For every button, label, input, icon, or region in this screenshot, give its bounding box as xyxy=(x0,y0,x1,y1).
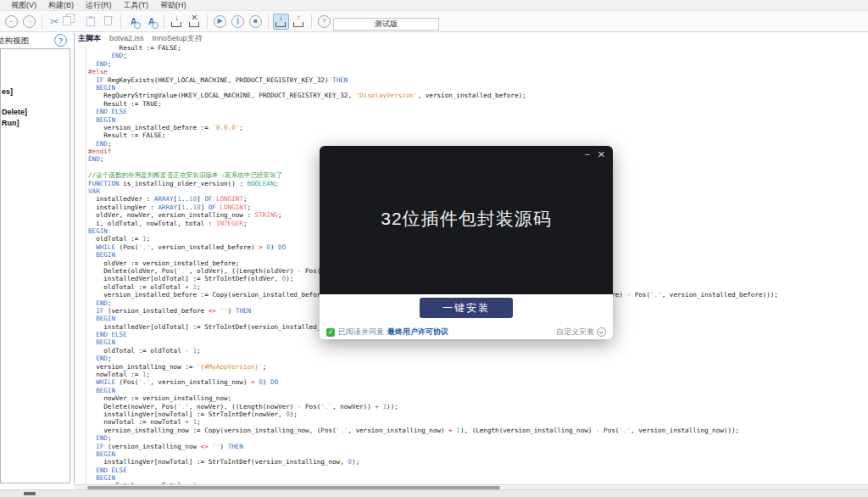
code-line: Result := FALSE; xyxy=(88,44,778,52)
cut-icon[interactable]: ✂ xyxy=(47,14,63,30)
toolbar-separator xyxy=(164,14,164,29)
cut-icon: ✂ xyxy=(50,16,59,27)
menu-item[interactable]: 帮助(H) xyxy=(154,0,192,11)
magnifier-shape xyxy=(152,22,159,29)
code-line: BEGIN xyxy=(88,116,778,124)
tray-shape: ↑ xyxy=(292,15,305,28)
paste-icon[interactable] xyxy=(82,14,98,30)
delete-icon[interactable] xyxy=(100,14,116,30)
toolbar-separator xyxy=(268,14,269,29)
clipboard-shape xyxy=(86,17,95,26)
tray-shape: ↓ xyxy=(275,15,287,28)
code-line: version_installed_before := '0.0.0'; xyxy=(88,124,778,131)
structure-view-item[interactable]: Run] xyxy=(1,119,70,128)
clear-script-icon[interactable]: ✕ xyxy=(186,14,203,30)
toolbar-separator xyxy=(42,14,42,29)
code-line: BEGIN xyxy=(88,450,778,458)
back-icon: ← xyxy=(5,15,18,28)
code-line: oldTotal := oldTotal - 1; xyxy=(88,347,778,355)
code-line: Result := TRUE; xyxy=(88,100,778,108)
installer-title: 32位插件包封装源码 xyxy=(320,207,613,231)
structure-view-header: 结构视图 ? xyxy=(0,33,73,47)
custom-install-toggle[interactable]: 自定义安装 xyxy=(556,327,606,338)
code-line: installingVer[nowTotal] := StrToIntDef(n… xyxy=(88,410,778,418)
help-icon[interactable]: ? xyxy=(316,14,332,30)
status-bar xyxy=(0,489,868,497)
code-line: IF (version_installing_now <> '') THEN xyxy=(88,443,778,450)
code-line: END; xyxy=(88,434,778,442)
code-line: BEGIN xyxy=(88,84,778,92)
toolbar-separator xyxy=(207,14,208,29)
pause-icon[interactable]: ∥ xyxy=(230,14,246,30)
structure-view-item[interactable]: Delete] xyxy=(1,108,70,117)
code-line: END; xyxy=(88,60,778,68)
code-line: version_installing_now := '{#MyAppVersio… xyxy=(88,363,778,371)
code-line: WHILE (Pos('.', version_installing_now) … xyxy=(88,378,778,386)
compile-icon[interactable]: ↓ xyxy=(273,14,289,30)
pause-icon: ∥ xyxy=(231,15,244,28)
code-line: END ELSE xyxy=(88,108,778,115)
import-script-icon[interactable]: ↓ xyxy=(169,14,185,30)
menu-item[interactable]: 视图(V) xyxy=(5,0,42,11)
code-line: END; xyxy=(88,52,778,59)
structure-view-title: 结构视图 xyxy=(0,36,29,47)
menu-item[interactable]: 工具(T) xyxy=(118,0,155,11)
copy-page-shape xyxy=(63,16,71,25)
code-line: nowTotal := 1; xyxy=(88,371,778,378)
run-icon[interactable]: ▶ xyxy=(212,14,228,30)
script-tab[interactable]: InnoSetup支持 xyxy=(153,33,203,44)
chevron-down-icon xyxy=(597,327,606,337)
code-line: END ELSE xyxy=(88,466,778,474)
editor-margin-line xyxy=(86,43,86,484)
code-line: END; xyxy=(88,355,778,362)
code-line: Result := FALSE; xyxy=(88,131,778,139)
magnifier-shape xyxy=(134,22,141,29)
tray-shape: ↓ xyxy=(170,15,183,28)
minimize-icon[interactable]: − xyxy=(585,150,590,159)
forward-icon: → xyxy=(23,15,36,28)
close-icon[interactable]: ✕ xyxy=(598,150,605,159)
code-line: nowTotal := nowTotal + 1; xyxy=(88,418,778,426)
menu-item[interactable]: 构建(B) xyxy=(42,0,80,11)
code-line: RegQueryStringValue(HKEY_LOCAL_MACHINE, … xyxy=(88,92,778,99)
one-click-install-button[interactable]: 一键安装 xyxy=(420,298,513,318)
help-icon: ? xyxy=(318,15,331,28)
app-window: 视图(V)构建(B)运行(R)工具(T)帮助(H) ←→✂AA↓✕▶∥■↓↑? … xyxy=(0,0,868,497)
code-line: BEGIN xyxy=(88,387,778,394)
script-tab[interactable]: 主脚本 xyxy=(78,33,101,44)
code-line: #else xyxy=(88,68,778,75)
stop-icon[interactable]: ■ xyxy=(248,14,264,30)
installer-dialog: − ✕ 32位插件包封装源码 一键安装 ✓ 已阅读并同意 最终用户许可协议 自定… xyxy=(320,146,613,339)
eula-link[interactable]: 最终用户许可协议 xyxy=(387,327,448,338)
menu-item[interactable]: 运行(R) xyxy=(80,0,118,11)
code-line: version_installing_now := Copy(version_i… xyxy=(88,427,778,434)
stop-icon: ■ xyxy=(249,15,262,28)
installer-dialog-footer-panel: 一键安装 ✓ 已阅读并同意 最终用户许可协议 自定义安装 xyxy=(320,294,613,339)
find-icon[interactable]: A xyxy=(125,14,142,30)
eula-checkbox[interactable]: ✓ xyxy=(326,328,335,337)
agree-text: 已阅读并同意 xyxy=(338,327,384,338)
run-icon: ▶ xyxy=(214,15,226,28)
script-tab-bar: 主脚本botva2.issInnoSetup支持 xyxy=(78,33,203,43)
structure-view-item[interactable]: es] xyxy=(1,87,70,97)
tray-shape: ✕ xyxy=(188,15,201,28)
code-line: installingVer[nowTotal] := StrToIntDef(v… xyxy=(88,458,778,466)
help-icon[interactable]: ? xyxy=(54,34,67,47)
back-icon[interactable]: ← xyxy=(3,14,19,30)
forward-icon[interactable]: → xyxy=(21,14,37,30)
toolbar-separator xyxy=(120,14,121,29)
code-line: Delete(nowVer, Pos('.', nowVer), ((Lengt… xyxy=(88,403,778,410)
status-indicator xyxy=(24,492,36,495)
script-tab[interactable]: botva2.iss xyxy=(109,34,144,42)
structure-view-list[interactable]: es]Delete]Run] xyxy=(0,48,70,483)
code-line: nowVer := version_installing_now; xyxy=(88,394,778,402)
copy-icon[interactable] xyxy=(64,14,81,30)
export-icon[interactable]: ↑ xyxy=(291,14,307,30)
version-badge: 测试版 xyxy=(333,18,439,31)
menu-bar: 视图(V)构建(B)运行(R)工具(T)帮助(H) xyxy=(0,0,868,11)
installer-footer-row: ✓ 已阅读并同意 最终用户许可协议 自定义安装 xyxy=(326,327,606,338)
trash-shape xyxy=(104,17,112,25)
installer-dialog-panel: − ✕ 32位插件包封装源码 xyxy=(320,146,613,294)
trash-shape xyxy=(103,16,113,18)
replace-icon[interactable]: A xyxy=(143,14,159,30)
